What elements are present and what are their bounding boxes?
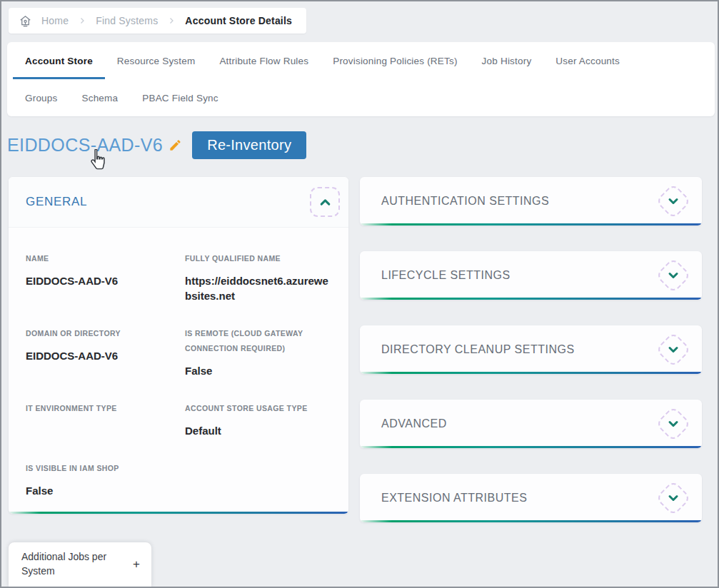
field-value: False [26, 483, 172, 498]
directory-cleanup-settings-panel: DIRECTORY CLEANUP SETTINGS [360, 325, 702, 374]
expand-authentication-settings-button[interactable] [655, 183, 692, 220]
expand-directory-cleanup-settings-button[interactable] [655, 332, 692, 368]
chevron-up-icon [318, 195, 333, 210]
tab-job-history[interactable]: Job History [470, 42, 544, 79]
pencil-icon [169, 138, 182, 152]
tab-schema[interactable]: Schema [69, 79, 130, 116]
field-label: NAME [26, 251, 172, 266]
right-column: AUTHENTICATION SETTINGS LIFECYCLE SETTIN… [360, 177, 702, 548]
panel-title: EXTENSION ATTRIBUTES [381, 492, 527, 505]
breadcrumb-home[interactable]: Home [41, 15, 69, 26]
edit-title-button[interactable] [169, 138, 182, 152]
panel-title: ADVANCED [381, 417, 447, 430]
account-store-details-page: Home Find Systems Account Store Details … [0, 0, 719, 588]
expand-advanced-button[interactable] [655, 406, 692, 442]
field-domain-or-directory: DOMAIN OR DIRECTORY EIDDOCS-AAD-V6 [26, 326, 172, 378]
additional-jobs-card[interactable]: Additional Jobs per System + [9, 542, 151, 587]
general-collapse-button[interactable] [310, 187, 340, 217]
panel-accent-line [360, 372, 702, 374]
general-panel-header: GENERAL [9, 177, 348, 228]
breadcrumb-find-systems[interactable]: Find Systems [96, 15, 158, 26]
tab-account-store[interactable]: Account Store [13, 42, 105, 79]
tab-pbac-field-sync[interactable]: PBAC Field Sync [130, 79, 231, 116]
field-value: False [185, 363, 331, 378]
general-panel: GENERAL NAME EIDDOCS-AAD-V6 FULLY QUALIF… [9, 177, 348, 514]
field-account-store-usage-type: ACCOUNT STORE USAGE TYPE Default [185, 401, 331, 438]
general-panel-title: GENERAL [26, 195, 87, 209]
panel-title: AUTHENTICATION SETTINGS [381, 195, 549, 208]
panel-title: DIRECTORY CLEANUP SETTINGS [381, 343, 575, 356]
breadcrumb-current: Account Store Details [185, 15, 292, 26]
field-it-environment-type: IT ENVIRONMENT TYPE [26, 401, 172, 438]
field-name: NAME EIDDOCS-AAD-V6 [26, 251, 172, 303]
field-is-visible-in-iam-shop: IS VISIBLE IN IAM SHOP False [26, 461, 172, 498]
field-value: EIDDOCS-AAD-V6 [26, 273, 172, 288]
tab-resource-system[interactable]: Resource System [105, 42, 208, 79]
field-label: IS REMOTE (CLOUD GATEWAY CONNECTION REQU… [185, 326, 331, 356]
chevron-right-icon [78, 16, 86, 25]
expand-lifecycle-settings-button[interactable] [655, 258, 692, 294]
field-is-remote: IS REMOTE (CLOUD GATEWAY CONNECTION REQU… [185, 326, 331, 378]
chevron-down-icon [663, 488, 683, 508]
breadcrumb: Home Find Systems Account Store Details [9, 8, 306, 34]
field-value: https://eiddocsnet6.azurewebsites.net [185, 273, 331, 303]
left-column: GENERAL NAME EIDDOCS-AAD-V6 FULLY QUALIF… [9, 177, 348, 548]
panel-title: LIFECYCLE SETTINGS [381, 269, 511, 282]
authentication-settings-panel: AUTHENTICATION SETTINGS [360, 177, 702, 225]
panel-accent-line [360, 446, 702, 448]
panel-accent-line [360, 298, 702, 300]
extension-attributes-panel: EXTENSION ATTRIBUTES [360, 474, 702, 522]
additional-jobs-label: Additional Jobs per System [21, 550, 123, 578]
field-value: EIDDOCS-AAD-V6 [26, 348, 172, 363]
field-label: IT ENVIRONMENT TYPE [26, 401, 172, 416]
general-fields: NAME EIDDOCS-AAD-V6 FULLY QUALIFIED NAME… [9, 228, 348, 514]
tab-provisioning-policies[interactable]: Provisioning Policies (RETs) [321, 42, 469, 79]
panel-accent-line [360, 223, 702, 225]
tab-user-accounts[interactable]: User Accounts [543, 42, 632, 79]
re-inventory-button[interactable]: Re-Inventory [192, 131, 306, 159]
chevron-down-icon [663, 265, 683, 285]
add-job-button[interactable]: + [133, 557, 140, 572]
tab-row-1: Account Store Resource System Attribute … [13, 42, 709, 79]
field-label: DOMAIN OR DIRECTORY [26, 326, 172, 341]
chevron-down-icon [663, 340, 683, 360]
field-label: FULLY QUALIFIED NAME [185, 251, 331, 266]
panel-accent-line [9, 512, 348, 514]
main-content: GENERAL NAME EIDDOCS-AAD-V6 FULLY QUALIF… [9, 177, 703, 548]
field-fully-qualified-name: FULLY QUALIFIED NAME https://eiddocsnet6… [185, 251, 331, 303]
chevron-down-icon [663, 191, 683, 211]
lifecycle-settings-panel: LIFECYCLE SETTINGS [360, 251, 702, 300]
chevron-right-icon [167, 16, 176, 25]
chevron-down-icon [663, 414, 683, 434]
tab-groups[interactable]: Groups [13, 79, 69, 116]
field-value: Default [185, 423, 331, 438]
field-label: IS VISIBLE IN IAM SHOP [26, 461, 172, 476]
tabs-card: Account Store Resource System Attribute … [7, 42, 715, 116]
advanced-panel: ADVANCED [360, 400, 702, 448]
title-row: EIDDOCS-AAD-V6 Re-Inventory [7, 131, 306, 159]
tab-attribute-flow-rules[interactable]: Attribute Flow Rules [207, 42, 321, 79]
home-icon[interactable] [19, 14, 32, 28]
panel-accent-line [360, 520, 702, 522]
tab-row-2: Groups Schema PBAC Field Sync [13, 79, 709, 116]
field-label: ACCOUNT STORE USAGE TYPE [185, 401, 331, 416]
page-title[interactable]: EIDDOCS-AAD-V6 [7, 135, 163, 156]
expand-extension-attributes-button[interactable] [655, 480, 692, 517]
